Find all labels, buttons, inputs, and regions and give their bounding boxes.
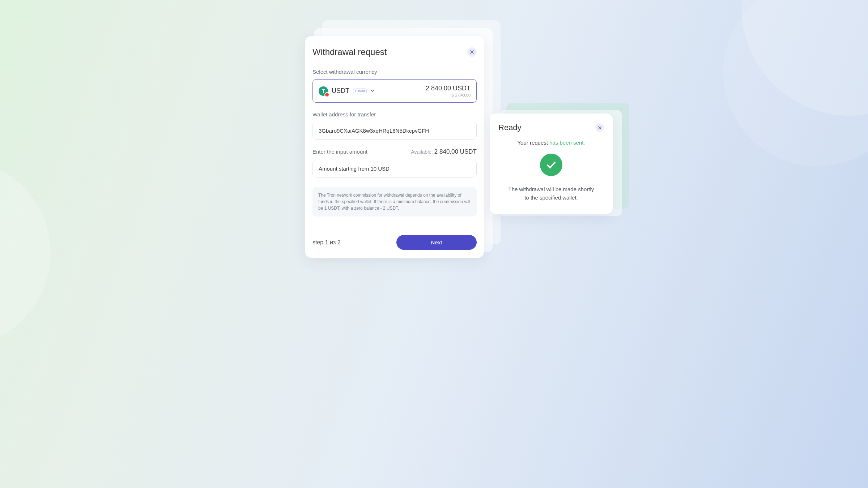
card-title: Withdrawal request bbox=[312, 47, 387, 57]
currency-selected: T USDT TRC20 bbox=[319, 86, 375, 96]
amount-header-row: Enter the input amount Available: 2 840,… bbox=[312, 148, 477, 155]
currency-balance: 2 840,00 USDT ~$ 2 840,00 bbox=[426, 85, 471, 97]
available-label: Available: bbox=[411, 149, 433, 155]
ready-message: Your request has been sent. bbox=[498, 140, 604, 146]
bg-decoration bbox=[723, 0, 868, 166]
ready-message-highlight: has been sent. bbox=[549, 140, 585, 146]
currency-label: Select withdrawal currency bbox=[312, 69, 477, 75]
ready-description-line2: to the specified wallet. bbox=[498, 194, 604, 202]
wallet-label: Wallet address for transfer bbox=[312, 111, 477, 117]
ready-description-line1: The withdrawal will be made shortly bbox=[498, 185, 604, 194]
close-button[interactable] bbox=[595, 123, 604, 132]
wallet-address-field[interactable] bbox=[312, 122, 477, 140]
ready-card: Ready Your request has been sent. The wi… bbox=[490, 114, 613, 214]
step-indicator: step 1 из 2 bbox=[312, 239, 341, 246]
balance-fiat: ~$ 2 840,00 bbox=[426, 93, 471, 97]
available-value: 2 840,00 USDT bbox=[434, 148, 477, 155]
close-button[interactable] bbox=[467, 47, 477, 57]
wallet-address-input[interactable] bbox=[319, 128, 471, 134]
chevron-down-icon bbox=[370, 88, 375, 94]
amount-label: Enter the input amount bbox=[312, 149, 367, 155]
card-title: Ready bbox=[498, 123, 522, 132]
bg-decoration bbox=[741, 0, 868, 116]
close-icon bbox=[598, 126, 601, 129]
bg-decoration bbox=[0, 159, 51, 347]
balance-amount: 2 840,00 USDT bbox=[426, 85, 471, 92]
withdrawal-request-card: Withdrawal request Select withdrawal cur… bbox=[305, 36, 484, 258]
ready-message-prefix: Your request bbox=[517, 140, 549, 146]
close-icon bbox=[470, 50, 474, 54]
success-check-icon bbox=[540, 154, 562, 176]
next-button[interactable]: Next bbox=[396, 235, 477, 250]
card-header: Ready bbox=[498, 123, 604, 132]
currency-symbol: USDT bbox=[332, 87, 349, 95]
amount-field[interactable] bbox=[312, 160, 477, 177]
currency-selector[interactable]: T USDT TRC20 2 840,00 USDT ~$ 2 840,00 bbox=[312, 79, 477, 103]
usdt-trc20-icon: T bbox=[319, 86, 328, 96]
commission-note: The Tron network commission for withdraw… bbox=[312, 187, 477, 217]
network-badge: TRC20 bbox=[353, 89, 367, 93]
card-footer: step 1 из 2 Next bbox=[305, 227, 484, 251]
amount-input[interactable] bbox=[319, 166, 471, 172]
card-header: Withdrawal request bbox=[312, 47, 477, 64]
available-balance: Available: 2 840,00 USDT bbox=[411, 148, 477, 155]
ready-description: The withdrawal will be made shortly to t… bbox=[498, 185, 604, 202]
network-dot-icon bbox=[324, 92, 329, 97]
